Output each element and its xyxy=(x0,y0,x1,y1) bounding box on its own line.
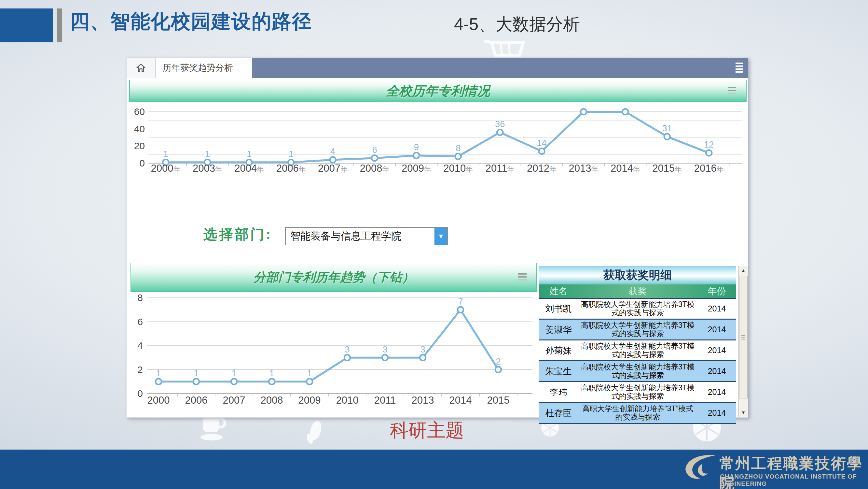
point-label: 8 xyxy=(456,143,461,153)
table-row[interactable]: 杜存臣高职大学生创新能力培养“3T”模式的实践与探索2014 xyxy=(539,403,736,424)
tabbar-menu-icon[interactable] xyxy=(736,62,743,73)
point-label: 1 xyxy=(289,149,293,159)
department-select-value: 智能装备与信息工程学院 xyxy=(290,228,401,244)
cell-award: 高职院校大学生创新能力培养3T模式的实践与探索 xyxy=(578,382,698,402)
slide-caption: 科研主题 xyxy=(368,418,486,443)
x-axis-label: 2009 xyxy=(299,395,321,406)
cell-award: 高职院校大学生创新能力培养3T模式的实践与探索 xyxy=(578,320,698,340)
y-axis-label: 4 xyxy=(137,340,143,351)
point-label: 6 xyxy=(372,145,377,155)
department-select[interactable]: 智能装备与信息工程学院 ▼ xyxy=(285,227,448,245)
y-axis-label: 20 xyxy=(134,140,145,151)
cell-award: 高职大学生创新能力培养“3T”模式的实践与探索 xyxy=(578,403,698,423)
data-point[interactable] xyxy=(231,379,237,384)
x-axis-label: 2014年 xyxy=(611,163,640,174)
x-axis-label: 2007 xyxy=(223,395,245,406)
point-label: 3 xyxy=(382,345,387,354)
cell-year: 2014 xyxy=(698,361,736,381)
cell-award: 高职院校大学生创新能力培养3T模式的实践与探索 xyxy=(578,340,698,360)
data-point[interactable] xyxy=(420,355,426,361)
table-row[interactable]: 朱宝生高职院校大学生创新能力培养3T模式的实践与探索2014 xyxy=(539,361,736,382)
cell-year: 2014 xyxy=(698,382,736,402)
point-label: 2 xyxy=(496,357,501,367)
point-label: 1 xyxy=(307,369,312,378)
table-row[interactable]: 刘书凯高职院校大学生创新能力培养3T模式的实践与探索2014 xyxy=(539,299,736,320)
x-axis-label: 2015年 xyxy=(652,163,682,174)
school-patents-line-chart[interactable]: 020406012000年12003年12004年12006年42007年620… xyxy=(130,104,746,198)
cell-year: 2014 xyxy=(698,403,736,423)
y-axis-label: 40 xyxy=(134,123,145,134)
data-point[interactable] xyxy=(455,153,461,159)
x-axis-label: 2006年 xyxy=(276,163,306,174)
dropdown-arrow-icon[interactable]: ▼ xyxy=(434,228,447,244)
tab-award-trend-analysis[interactable]: 历年获奖趋势分析 xyxy=(156,58,252,78)
point-label: 1 xyxy=(269,369,274,378)
chart2-menu-icon[interactable] xyxy=(518,273,527,282)
point-label: 36 xyxy=(495,119,505,129)
x-axis-label: 2011年 xyxy=(486,163,515,174)
data-point[interactable] xyxy=(664,134,670,139)
cell-name: 刘书凯 xyxy=(539,299,578,319)
header-accent-bar xyxy=(57,8,62,42)
x-axis-label: 2008 xyxy=(261,395,283,406)
coffee-cup-watermark-icon xyxy=(198,414,230,448)
data-point[interactable] xyxy=(307,379,312,384)
data-point[interactable] xyxy=(458,307,463,313)
x-axis-label: 2000年 xyxy=(151,163,181,174)
institute-name-en: CHANGZHOU VOCATIONAL INSTITUTE OF ENGINE… xyxy=(720,473,868,487)
data-point[interactable] xyxy=(622,109,628,115)
dashboard-tab-bar: 历年获奖趋势分析 xyxy=(127,58,748,78)
y-axis-label: 0 xyxy=(137,388,143,399)
data-point[interactable] xyxy=(382,355,388,361)
point-label: 4 xyxy=(330,147,335,156)
chart2-title-banner: 分部门专利历年趋势（下钻） xyxy=(130,263,537,292)
dashboard-panel: 历年获奖趋势分析 全校历年专利情况 020406012000年12003年120… xyxy=(126,57,748,418)
chart1-title-banner: 全校历年专利情况 xyxy=(129,80,747,102)
chart1-menu-icon[interactable] xyxy=(728,87,736,96)
data-point[interactable] xyxy=(706,150,712,156)
table-row[interactable]: 李玮高职院校大学生创新能力培养3T模式的实践与探索2014 xyxy=(539,382,736,403)
point-label: 3 xyxy=(345,345,349,354)
x-axis-label: 2003年 xyxy=(193,163,222,174)
x-axis-label: 2013年 xyxy=(569,163,598,174)
table-row[interactable]: 姜淑华高职院校大学生创新能力培养3T模式的实践与探索2014 xyxy=(539,320,736,340)
scrollbar-thumb[interactable] xyxy=(739,276,748,398)
point-label: 1 xyxy=(231,369,236,378)
point-label: 31 xyxy=(662,123,672,133)
data-point[interactable] xyxy=(413,152,419,158)
scroll-up-icon[interactable]: ▲ xyxy=(739,266,748,275)
x-axis-label: 2009年 xyxy=(402,163,431,174)
cell-name: 朱宝生 xyxy=(539,361,578,381)
point-label: 1 xyxy=(205,149,210,159)
point-label: 1 xyxy=(247,149,252,159)
table-scrollbar[interactable]: ▲ ▼ xyxy=(739,266,748,417)
x-axis-label: 2016年 xyxy=(694,163,724,174)
cell-year: 2014 xyxy=(698,340,736,360)
chart2-title: 分部门专利历年趋势（下钻） xyxy=(253,269,414,286)
data-point[interactable] xyxy=(539,148,545,154)
department-patents-line-chart[interactable]: 0246812000120061200712008120093201032011… xyxy=(130,292,536,410)
data-point[interactable] xyxy=(156,379,161,384)
home-tab-button[interactable] xyxy=(127,58,156,78)
x-axis-label: 2000 xyxy=(148,395,170,406)
data-point[interactable] xyxy=(269,379,275,384)
x-axis-label: 2006 xyxy=(185,395,208,406)
data-point[interactable] xyxy=(344,355,350,361)
table-row[interactable]: 孙菊妹高职院校大学生创新能力培养3T模式的实践与探索2014 xyxy=(539,340,736,361)
data-point[interactable] xyxy=(193,379,199,384)
data-point[interactable] xyxy=(581,109,587,115)
awards-table-header: 姓名 获奖 年份 xyxy=(539,284,736,299)
awards-table-body: 刘书凯高职院校大学生创新能力培养3T模式的实践与探索2014姜淑华高职院校大学生… xyxy=(539,299,736,424)
data-point[interactable] xyxy=(497,130,503,135)
data-point[interactable] xyxy=(372,155,377,161)
x-axis-label: 2014 xyxy=(450,395,472,406)
cell-name: 李玮 xyxy=(539,382,578,402)
data-point[interactable] xyxy=(330,157,336,163)
scroll-down-icon[interactable]: ▼ xyxy=(739,408,748,417)
data-point[interactable] xyxy=(495,367,501,373)
point-label: 9 xyxy=(414,142,419,152)
slide-subtitle: 4-5、大数据分析 xyxy=(454,13,580,36)
chart1-title: 全校历年专利情况 xyxy=(386,82,490,100)
awards-detail-table: 获取获奖明细 姓名 获奖 年份 刘书凯高职院校大学生创新能力培养3T模式的实践与… xyxy=(539,266,736,424)
institute-logo-icon xyxy=(683,454,717,483)
